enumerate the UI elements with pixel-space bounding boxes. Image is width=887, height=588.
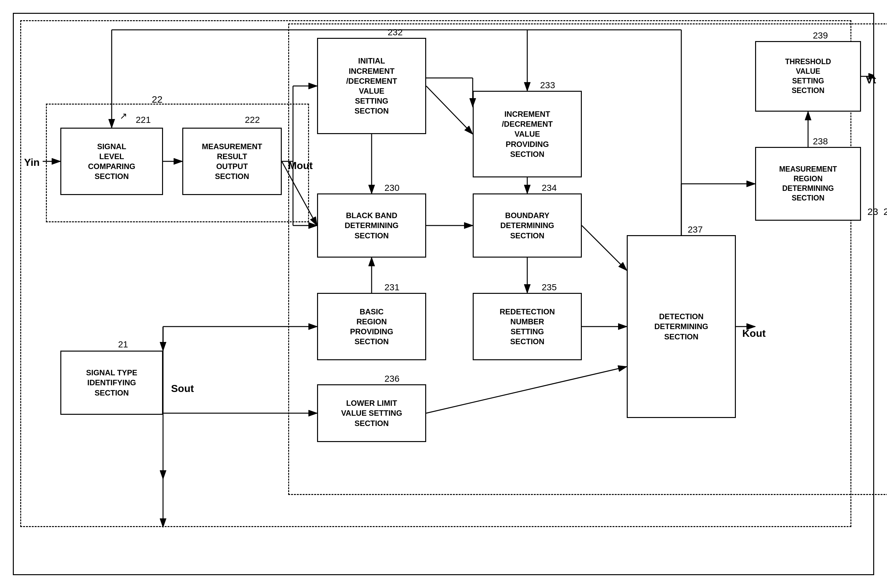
redetection-number-setting-block: REDETECTIONNUMBERSETTINGSECTION bbox=[473, 293, 582, 360]
ref-231: 231 bbox=[384, 282, 399, 292]
ref-221-curve: ↗ bbox=[120, 111, 127, 121]
black-band-determining-block: BLACK BANDDETERMININGSECTION bbox=[317, 194, 426, 258]
vt-label: Vt bbox=[866, 74, 876, 86]
signal-type-identifying-block: SIGNAL TYPEIDENTIFYINGSECTION bbox=[60, 351, 163, 415]
ref-234: 234 bbox=[542, 183, 557, 193]
yin-label: Yin bbox=[24, 156, 40, 168]
threshold-value-setting-block: THRESHOLDVALUESETTINGSECTION bbox=[755, 41, 861, 112]
ref-232: 232 bbox=[388, 27, 403, 38]
kout-label: Kout bbox=[742, 327, 766, 339]
ref-238: 238 bbox=[813, 136, 828, 147]
measurement-region-determining-block: MEASUREMENTREGIONDETERMININGSECTION bbox=[755, 147, 861, 221]
ref-22: 22 bbox=[152, 94, 162, 105]
ref-239: 239 bbox=[813, 30, 828, 41]
basic-region-providing-block: BASICREGIONPROVIDINGSECTION bbox=[317, 293, 426, 360]
initial-increment-decrement-block: INITIALINCREMENT/DECREMENTVALUESETTINGSE… bbox=[317, 38, 426, 134]
ref-233: 233 bbox=[540, 80, 555, 90]
ref-221: 221 bbox=[136, 115, 151, 125]
ref-2: 2 bbox=[884, 206, 887, 217]
ref-23: 23 bbox=[867, 206, 878, 217]
mout-label: Mout bbox=[288, 160, 312, 172]
ref-222: 222 bbox=[245, 115, 260, 125]
ref-236: 236 bbox=[384, 374, 399, 384]
ref-230: 230 bbox=[384, 183, 399, 193]
sout-label: Sout bbox=[171, 383, 194, 394]
boundary-determining-block: BOUNDARYDETERMININGSECTION bbox=[473, 194, 582, 258]
ref-237: 237 bbox=[688, 225, 703, 235]
ref-235: 235 bbox=[542, 282, 557, 292]
ref-21: 21 bbox=[118, 339, 128, 350]
detection-determining-block: DETECTIONDETERMININGSECTION bbox=[627, 235, 736, 418]
signal-level-comparing-block: SIGNALLEVELCOMPARINGSECTION bbox=[60, 128, 163, 195]
diagram-container: 22 23 2 Yin Sout Mout Kout Vt SIGNALLEVE… bbox=[13, 13, 874, 575]
increment-decrement-providing-block: INCREMENT/DECREMENTVALUEPROVIDINGSECTION bbox=[473, 91, 582, 177]
lower-limit-value-setting-block: LOWER LIMITVALUE SETTINGSECTION bbox=[317, 384, 426, 442]
measurement-result-output-block: MEASUREMENTRESULTOUTPUTSECTION bbox=[182, 128, 282, 195]
